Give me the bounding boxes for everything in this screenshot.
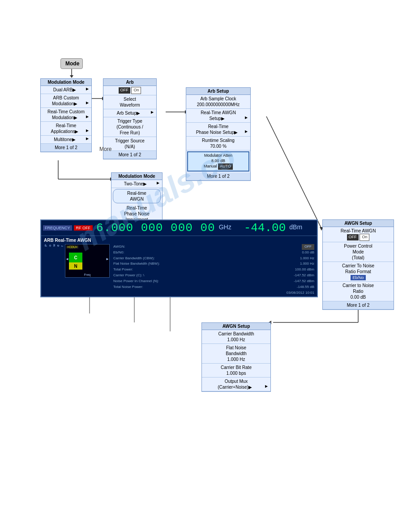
dual-arb-item[interactable]: Dual ARB▶ xyxy=(41,86,91,94)
runtime-scaling: Runtime Scaling70.00 % xyxy=(186,137,250,150)
off-toggle[interactable]: OFF xyxy=(119,87,130,94)
freq-value: 6.000 000 000 00 xyxy=(93,221,219,235)
cbw-value: 1.000 Hz xyxy=(300,256,314,262)
total-power-label: Total Power: xyxy=(113,267,133,273)
arb-custom-item[interactable]: ARB CustomModulation▶ xyxy=(41,94,91,108)
power-axis-label: Power xyxy=(44,244,64,249)
arb-graph-area: «CDU» C N ◄ ► Freq xyxy=(65,244,110,278)
awgn-toggle-item[interactable]: Real-Time AWGN OFF On xyxy=(323,227,394,242)
two-tone-item[interactable]: Two-Tone▶ xyxy=(111,180,162,188)
arb-setup-more[interactable]: More 1 of 2 xyxy=(186,172,250,180)
awgn-setup-title: AWGN Setup xyxy=(323,220,394,227)
realtime-awgn-setup[interactable]: Real-Time AWGNSetup▶ xyxy=(186,109,250,123)
cn-ratio-format[interactable]: Carrier To NoiseRatio Format Eb/No xyxy=(323,262,394,282)
cbw-row: Carrier Bandwidth (CBW): 1.000 Hz xyxy=(113,256,314,262)
date-display: 03/08/2012 10:01 xyxy=(44,290,314,295)
total-noise-value: -148.55 dB xyxy=(297,284,314,290)
awgn-value: OFF xyxy=(302,244,314,250)
awgn-more[interactable]: More 1 of 2 xyxy=(323,301,394,309)
output-mux[interactable]: Output Mux(Carrier+Noise)▶ xyxy=(202,378,270,391)
carrier-power-label: Carrier Power (C): \ xyxy=(113,273,144,279)
freq-axis-label: Freq xyxy=(84,273,90,276)
arb-realtime-section: ARB Real-Time AWGN Power «CDU» C N ◄ ► F… xyxy=(41,236,317,296)
svg-marker-1 xyxy=(70,75,73,78)
on-toggle[interactable]: On xyxy=(131,87,141,94)
modulation-mode2-title: Modulation Mode xyxy=(111,173,162,180)
nbw-label: Flat Noise Bandwidth (NBW): xyxy=(113,261,160,267)
right-arrow-graph: ► xyxy=(106,257,109,261)
cpu-label: «CDU» xyxy=(66,245,78,249)
multitone-item[interactable]: Multitone▶ xyxy=(41,136,91,144)
modulation-mode-box2: Modulation Mode Two-Tone▶ Real-timeAWGN … xyxy=(111,172,163,224)
arb-box-title: Arb xyxy=(103,79,156,86)
realtime-apps-item[interactable]: Real-TimeApplications▶ xyxy=(41,122,91,136)
snr-row: Eb/N0: 0.00 dB xyxy=(113,250,314,256)
carrier-bandwidth: Carrier Bandwidth1.000 Hz xyxy=(202,330,270,344)
arb-toggle[interactable]: OFF On xyxy=(103,86,156,95)
snr-label: Eb/N0: xyxy=(113,250,124,256)
arb-sample-clock: Arb Sample Clock200.0000000000MHz xyxy=(186,95,250,109)
awgn-row: AWGN: OFF xyxy=(113,244,314,250)
more-label: More xyxy=(99,146,111,152)
power-value: -44.00 xyxy=(240,221,290,235)
total-power-value: 100.00 dBm xyxy=(295,267,314,273)
total-noise-row: Total Noise Power: -148.55 dB xyxy=(113,284,314,290)
flat-noise-bandwidth: Flat NoiseBandwidth1.000 Hz xyxy=(202,344,270,364)
arb-params: AWGN: OFF Eb/N0: 0.00 dB Carrier Bandwid… xyxy=(113,244,314,290)
c-block: C xyxy=(69,253,82,262)
arb-setup-item[interactable]: Arb Setup▶ xyxy=(103,109,156,117)
on-toggle2[interactable]: On xyxy=(360,234,369,241)
realtime-custom-item[interactable]: Real-Time CustomModulation▶ xyxy=(41,108,91,122)
left-arrow-graph: ◄ xyxy=(65,257,69,261)
rf-off-label: RF OFF xyxy=(74,225,93,231)
awgn-setup2-title: AWGN Setup xyxy=(202,323,270,330)
main-container: manuals.co Mode Modulation Mode Dual ARB… xyxy=(0,0,411,532)
mode-button[interactable]: Mode xyxy=(60,58,83,69)
carrier-power-row: Carrier Power (C): \ -147.52 dBm xyxy=(113,273,314,279)
select-waveform-item[interactable]: SelectWaveform xyxy=(103,95,156,109)
snr-value: 0.00 dB xyxy=(302,250,314,256)
awgn-label: AWGN: xyxy=(113,244,125,250)
frequency-label: FREQUENCY xyxy=(43,225,72,231)
power-control-mode: Power ControlMode(Total) xyxy=(323,242,394,262)
freq-unit: GHz xyxy=(219,223,231,232)
carrier-noise-ratio: Carrier to NoiseRatio0.00 dB xyxy=(323,282,394,301)
carrier-power-value: -147.52 dBm xyxy=(294,273,314,279)
arb-setup-box: Arb Setup Arb Sample Clock200.0000000000… xyxy=(186,87,251,181)
freq-display: FREQUENCY RF OFF 6.000 000 000 00 GHz -4… xyxy=(40,219,318,297)
realtime-phase-noise[interactable]: Real-TimePhase Noise Setup▶ xyxy=(186,123,250,137)
nbw-value: 1.000 Hz xyxy=(300,261,314,267)
total-noise-label: Total Noise Power: xyxy=(113,284,143,290)
carrier-bit-rate: Carrier Bit Rate1.000 bps xyxy=(202,364,270,378)
svg-line-9 xyxy=(266,116,321,228)
noise-power-row: Noise Power In Channel (N): -147.52 dBm xyxy=(113,279,314,284)
noise-power-label: Noise Power In Channel (N): xyxy=(113,279,159,284)
noise-power-value: -147.52 dBm xyxy=(294,279,314,284)
awgn-setup-panel: AWGN Setup Real-Time AWGN OFF On Power C… xyxy=(322,219,394,310)
modulation-mode-title: Modulation Mode xyxy=(41,79,91,86)
realtime-awgn-item[interactable]: Real-timeAWGN xyxy=(113,189,161,203)
arb-content: Power «CDU» C N ◄ ► Freq xyxy=(44,244,314,290)
arb-realtime-title: ARB Real-Time AWGN xyxy=(44,238,314,243)
freq-top-bar: FREQUENCY RF OFF 6.000 000 000 00 GHz -4… xyxy=(41,220,317,236)
total-power-row: Total Power: 100.00 dBm xyxy=(113,267,314,273)
cbw-label: Carrier Bandwidth (CBW): xyxy=(113,256,154,262)
awgn-setup-panel2: AWGN Setup Carrier Bandwidth1.000 Hz Fla… xyxy=(201,322,271,392)
modulator-atten[interactable]: Modulator Atten8.00 dBManual AUTO xyxy=(187,151,249,172)
arb-graph-container: Power «CDU» C N ◄ ► Freq xyxy=(44,244,110,290)
nbw-row: Flat Noise Bandwidth (NBW): 1.000 Hz xyxy=(113,261,314,267)
n-block: N xyxy=(69,262,82,270)
off-toggle2[interactable]: OFF xyxy=(347,234,359,240)
power-unit: dBm xyxy=(289,223,302,232)
ebno-toggle[interactable]: Eb/No xyxy=(351,275,365,280)
trigger-type-item[interactable]: Trigger Type(Continuous /Free Run) xyxy=(103,117,156,137)
more-1of2-item[interactable]: More 1 of 2 xyxy=(41,144,91,152)
modulation-mode-box: Modulation Mode Dual ARB▶ ARB CustomModu… xyxy=(40,78,92,152)
arb-setup-title: Arb Setup xyxy=(186,88,250,95)
